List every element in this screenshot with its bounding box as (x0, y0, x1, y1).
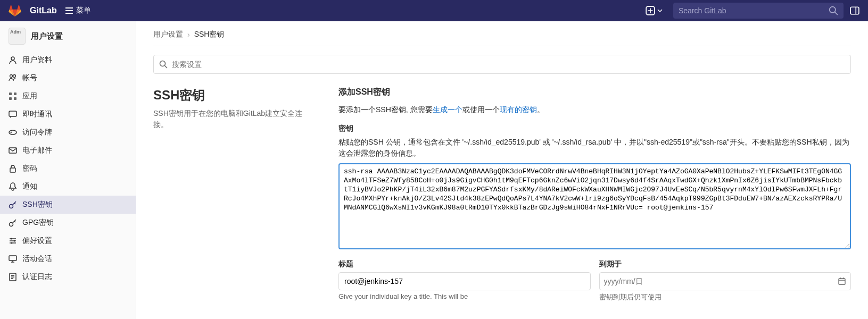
svg-point-3 (11, 57, 14, 60)
svg-rect-13 (9, 148, 16, 153)
breadcrumb: 用户设置 › SSH密钥 (153, 30, 851, 46)
token-icon (9, 128, 17, 137)
expires-input-wrap[interactable] (599, 272, 852, 290)
breadcrumb-parent[interactable]: 用户设置 (153, 30, 183, 39)
expires-label: 到期于 (599, 259, 852, 269)
sidebar-item-account[interactable]: 帐号 (0, 69, 136, 87)
sidebar-item-preferences[interactable]: 偏好设置 (0, 232, 136, 250)
generate-key-link[interactable]: 生成一个 (433, 105, 462, 114)
sidebar-item-label: 访问令牌 (22, 128, 52, 137)
section-title: SSH密钥 (153, 87, 313, 104)
sidebar-item-label: 应用 (22, 91, 37, 101)
chat-icon (9, 110, 17, 119)
calendar-icon (838, 277, 846, 286)
menu-button[interactable]: 菜单 (65, 6, 91, 15)
add-key-help: 要添加一个SSH密钥, 您需要生成一个或使用一个现有的密钥。 (338, 104, 851, 115)
sidebar-item-emails[interactable]: 电子邮件 (0, 141, 136, 160)
sidebar-item-password[interactable]: 密码 (0, 160, 136, 178)
monitor-icon (9, 255, 17, 263)
svg-rect-8 (9, 97, 12, 100)
account-icon (9, 74, 17, 82)
svg-point-17 (11, 238, 12, 240)
sidebar-item-profile[interactable]: 用户资料 (0, 51, 136, 69)
apps-icon (9, 92, 17, 100)
expires-help: 密钥到期后仍可使用 (599, 292, 852, 302)
sidebar-item-label: GPG密钥 (22, 218, 54, 228)
sidebar: Adm 用户设置 用户资料 帐号 应用 即时通讯 访问令牌 电子邮件 (0, 21, 136, 319)
svg-point-18 (14, 240, 15, 242)
sidebar-toggle-icon[interactable] (850, 6, 859, 15)
hamburger-icon (65, 7, 73, 14)
svg-point-22 (160, 61, 166, 66)
svg-point-15 (10, 205, 13, 208)
mail-icon (9, 146, 17, 155)
svg-rect-23 (839, 279, 845, 284)
svg-rect-14 (10, 168, 15, 172)
breadcrumb-separator: › (187, 30, 190, 39)
sidebar-item-label: 偏好设置 (22, 236, 52, 246)
svg-point-4 (10, 75, 13, 78)
sidebar-item-chat[interactable]: 即时通讯 (0, 105, 136, 123)
svg-point-19 (11, 242, 13, 244)
sidebar-item-auth-log[interactable]: 认证日志 (0, 268, 136, 286)
svg-point-16 (10, 223, 13, 226)
svg-point-5 (13, 75, 16, 78)
menu-label: 菜单 (76, 6, 91, 15)
global-search[interactable] (673, 3, 844, 19)
sidebar-item-label: 即时通讯 (22, 110, 52, 119)
title-label: 标题 (338, 259, 591, 269)
search-icon (829, 6, 838, 15)
sidebar-item-label: 帐号 (22, 73, 37, 83)
sidebar-item-gpg-keys[interactable]: GPG密钥 (0, 214, 136, 232)
key-icon (9, 200, 17, 209)
settings-search[interactable] (153, 55, 851, 74)
svg-rect-10 (9, 111, 16, 116)
title-help: Give your individual key a title. This w… (338, 292, 591, 300)
svg-rect-6 (9, 93, 12, 95)
sidebar-item-ssh-keys[interactable]: SSH密钥 (0, 196, 136, 214)
lock-icon (9, 164, 17, 173)
sidebar-item-label: 通知 (22, 182, 37, 191)
svg-rect-7 (14, 93, 16, 95)
preferences-icon (9, 237, 17, 245)
sidebar-title: 用户设置 (31, 31, 63, 41)
sidebar-item-label: 用户资料 (22, 55, 52, 65)
title-input[interactable] (338, 272, 591, 290)
breadcrumb-current: SSH密钥 (194, 30, 225, 39)
sidebar-item-label: SSH密钥 (22, 200, 53, 209)
sidebar-item-access-tokens[interactable]: 访问令牌 (0, 123, 136, 141)
search-input[interactable] (679, 6, 829, 15)
user-icon (9, 56, 17, 64)
log-icon (9, 273, 17, 281)
sidebar-item-active-sessions[interactable]: 活动会话 (0, 250, 136, 268)
brand-text: GitLab (30, 6, 57, 15)
key-label: 密钥 (338, 124, 851, 133)
svg-rect-2 (850, 7, 859, 14)
expires-input[interactable] (604, 277, 838, 286)
sidebar-header[interactable]: Adm 用户设置 (0, 21, 136, 51)
sidebar-item-notifications[interactable]: 通知 (0, 178, 136, 196)
sidebar-item-label: 密码 (22, 164, 37, 173)
search-icon (159, 60, 168, 69)
gitlab-logo[interactable] (9, 4, 21, 17)
sidebar-item-label: 活动会话 (22, 254, 52, 264)
svg-point-11 (9, 130, 16, 135)
svg-point-1 (830, 7, 836, 13)
avatar: Adm (9, 28, 26, 45)
sidebar-item-applications[interactable]: 应用 (0, 87, 136, 105)
create-new-button[interactable] (641, 4, 667, 18)
ssh-key-textarea[interactable]: ssh-rsa AAAAB3NzaC1yc2EAAAADAQABAAABgQDK… (338, 163, 851, 249)
bell-icon (9, 182, 17, 191)
plus-icon (646, 6, 655, 15)
add-key-title: 添加SSH密钥 (338, 87, 851, 98)
svg-point-12 (11, 132, 12, 133)
settings-search-input[interactable] (172, 60, 845, 69)
chevron-down-icon (657, 6, 663, 15)
svg-rect-20 (9, 256, 16, 261)
existing-key-link[interactable]: 现有的密钥 (500, 105, 537, 114)
sidebar-item-label: 电子邮件 (22, 146, 52, 155)
key-description: 粘贴您的SSH 公钥，通常包含在文件 '~/.ssh/id_ed25519.pu… (338, 137, 851, 159)
section-description: SSH密钥用于在您的电脑和GitLab建立安全连接。 (153, 108, 313, 130)
svg-rect-9 (14, 97, 16, 100)
main-content: 用户设置 › SSH密钥 SSH密钥 SSH密钥用于在您的电脑和GitLab建立… (136, 21, 868, 319)
